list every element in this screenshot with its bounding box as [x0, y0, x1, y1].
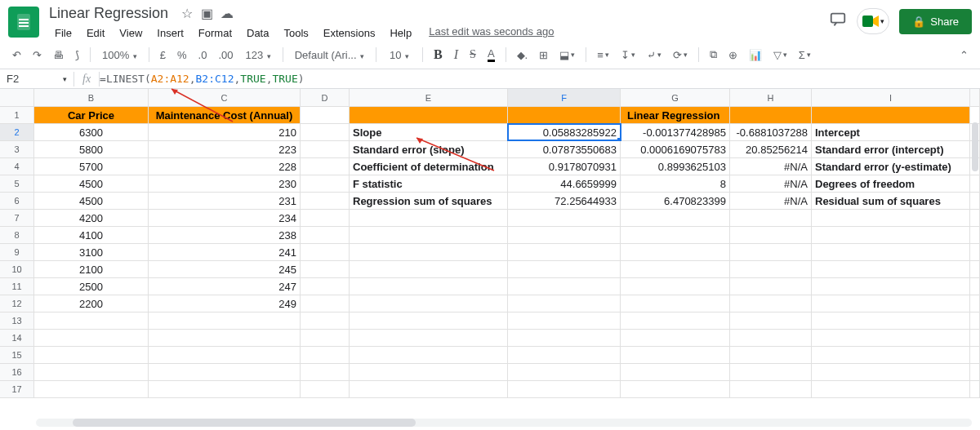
row-header[interactable]: 5 [0, 175, 34, 192]
cell[interactable]: 249 [149, 295, 301, 312]
cell[interactable]: 2100 [34, 261, 149, 277]
menu-extensions[interactable]: Extensions [318, 25, 381, 41]
cell[interactable] [301, 330, 350, 346]
cell[interactable]: 4200 [34, 210, 149, 226]
cell[interactable] [149, 364, 301, 380]
cell[interactable] [350, 347, 508, 363]
header-maintenance[interactable]: Maintenance Cost (Annual) [149, 107, 301, 123]
cell[interactable] [301, 278, 350, 295]
cell[interactable] [730, 381, 812, 397]
cell[interactable] [621, 381, 730, 397]
paint-format-button[interactable]: ⟆ [71, 46, 83, 64]
cell[interactable] [508, 278, 621, 295]
cell[interactable]: 8 [621, 175, 730, 192]
cell[interactable] [812, 313, 970, 329]
increase-decimal-button[interactable]: .00 [214, 46, 237, 64]
cell[interactable] [508, 210, 621, 226]
cell[interactable] [812, 261, 970, 277]
row-header[interactable]: 9 [0, 244, 34, 260]
decrease-decimal-button[interactable]: .0 [194, 46, 212, 64]
bold-button[interactable]: B [430, 44, 447, 65]
cell[interactable] [621, 364, 730, 380]
formula-bar[interactable]: =LINEST(A2:A12,B2:C12,TRUE,TRUE) [100, 69, 305, 88]
text-rotation-button[interactable]: ⟳▾ [669, 46, 692, 64]
column-header-G[interactable]: G [621, 89, 730, 106]
cell[interactable] [730, 107, 812, 123]
cell[interactable] [621, 261, 730, 277]
menu-data[interactable]: Data [241, 25, 274, 41]
row-header[interactable]: 4 [0, 158, 34, 175]
cell[interactable]: 230 [149, 175, 301, 192]
cell[interactable] [621, 347, 730, 363]
zoom-dropdown[interactable]: 100% [97, 47, 142, 64]
cell[interactable]: 6.470823399 [621, 193, 730, 209]
sheets-logo[interactable] [8, 7, 39, 38]
horizontal-align-button[interactable]: ≡▾ [593, 46, 613, 64]
row-header[interactable]: 7 [0, 210, 34, 226]
insert-comment-button[interactable]: ⊕ [724, 46, 742, 64]
cell[interactable] [730, 278, 812, 295]
cell[interactable] [301, 210, 350, 226]
row-header[interactable]: 15 [0, 347, 34, 363]
cell[interactable]: 4500 [34, 175, 149, 192]
row-header[interactable]: 1 [0, 107, 34, 123]
cell[interactable]: Residual sum of squares [812, 193, 970, 209]
cell[interactable]: Standard error (intercept) [812, 141, 970, 157]
cell[interactable] [621, 244, 730, 260]
cell[interactable] [350, 210, 508, 226]
undo-button[interactable]: ↶ [8, 46, 25, 64]
cell[interactable] [301, 313, 350, 329]
row-header[interactable]: 10 [0, 261, 34, 277]
cell[interactable]: 238 [149, 227, 301, 243]
row-header[interactable]: 14 [0, 330, 34, 346]
cell[interactable] [508, 107, 621, 123]
cell[interactable] [508, 261, 621, 277]
cell[interactable]: 0.9178070931 [508, 158, 621, 175]
cell[interactable] [730, 347, 812, 363]
spreadsheet-grid[interactable]: B C D E F G H I 1 Car Price Maintenance … [0, 89, 980, 398]
row-header[interactable]: 11 [0, 278, 34, 295]
row-header[interactable]: 8 [0, 227, 34, 243]
column-header-D[interactable]: D [301, 89, 350, 106]
header-car-price[interactable]: Car Price [34, 107, 149, 123]
cell[interactable]: 4500 [34, 193, 149, 209]
cell[interactable] [34, 313, 149, 329]
font-dropdown[interactable]: Default (Ari... [290, 47, 369, 64]
active-cell[interactable]: 0.05883285922 [508, 124, 621, 140]
cell[interactable] [350, 313, 508, 329]
document-title[interactable]: Linear Regression [49, 5, 168, 22]
cell[interactable] [730, 244, 812, 260]
header-linear-regression[interactable]: Linear Regression [621, 107, 730, 123]
cell[interactable] [350, 244, 508, 260]
cell[interactable] [621, 210, 730, 226]
cell[interactable] [621, 295, 730, 312]
cell[interactable]: 20.85256214 [730, 141, 812, 157]
column-header-C[interactable]: C [149, 89, 301, 106]
cell[interactable]: 72.25644933 [508, 193, 621, 209]
cell[interactable]: 228 [149, 158, 301, 175]
text-wrap-button[interactable]: ⤶▾ [643, 46, 666, 64]
move-icon[interactable]: ▣ [201, 7, 213, 20]
cell[interactable] [350, 107, 508, 123]
cell[interactable] [301, 107, 350, 123]
vertical-scrollbar[interactable] [972, 122, 978, 171]
column-header-E[interactable]: E [350, 89, 508, 106]
cell[interactable] [812, 381, 970, 397]
cell[interactable] [508, 244, 621, 260]
cell[interactable]: -0.001377428985 [621, 124, 730, 140]
cell[interactable] [301, 261, 350, 277]
toolbar-collapse-button[interactable]: ⌃ [956, 46, 972, 64]
cell[interactable]: 231 [149, 193, 301, 209]
cell[interactable] [730, 261, 812, 277]
cell[interactable]: 0.8993625103 [621, 158, 730, 175]
cell[interactable] [730, 210, 812, 226]
cell[interactable] [730, 227, 812, 243]
cell[interactable] [812, 364, 970, 380]
insert-link-button[interactable]: ⧉ [706, 45, 721, 64]
cell[interactable]: 245 [149, 261, 301, 277]
cell[interactable]: Regression sum of squares [350, 193, 508, 209]
cell[interactable]: Standard error (slope) [350, 141, 508, 157]
cell[interactable] [301, 227, 350, 243]
cell[interactable]: 6300 [34, 124, 149, 140]
cell[interactable] [301, 141, 350, 157]
